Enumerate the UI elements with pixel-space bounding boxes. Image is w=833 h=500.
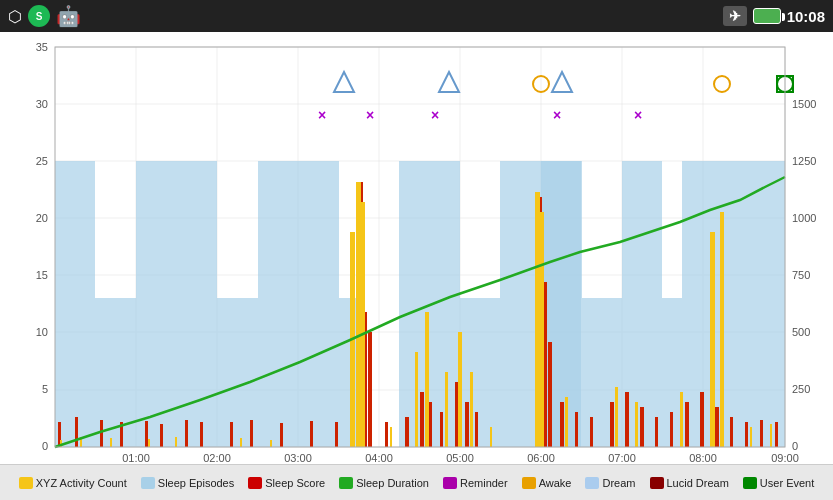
legend-dream: Dream <box>585 477 635 489</box>
svg-rect-120 <box>635 402 638 447</box>
svg-rect-97 <box>760 420 763 447</box>
svg-rect-65 <box>230 422 233 447</box>
legend-swatch-awake <box>522 477 536 489</box>
svg-rect-42 <box>55 161 95 447</box>
legend-bar: XYZ Activity Count Sleep Episodes Sleep … <box>0 464 833 500</box>
svg-rect-104 <box>240 438 242 447</box>
airplane-icon: ✈ <box>723 6 747 26</box>
svg-rect-102 <box>148 439 150 447</box>
svg-rect-124 <box>750 427 752 447</box>
svg-text:10: 10 <box>36 326 48 338</box>
status-left-icons: ⬡ S 🤖 <box>8 4 81 28</box>
svg-text:06:00: 06:00 <box>527 452 555 464</box>
svg-text:0: 0 <box>792 440 798 452</box>
svg-rect-58 <box>75 417 78 447</box>
svg-rect-119 <box>615 387 618 447</box>
legend-swatch-sleep-score <box>248 477 262 489</box>
battery-icon <box>753 8 781 24</box>
svg-rect-116 <box>535 192 540 447</box>
svg-text:500: 500 <box>792 326 810 338</box>
svg-rect-90 <box>655 417 658 447</box>
svg-text:750: 750 <box>792 269 810 281</box>
svg-rect-77 <box>440 412 443 447</box>
legend-swatch-sleep-duration <box>339 477 353 489</box>
svg-rect-117 <box>540 212 544 447</box>
svg-text:1500: 1500 <box>792 98 816 110</box>
legend-sleep-episodes: Sleep Episodes <box>141 477 234 489</box>
legend-swatch-user-event <box>743 477 757 489</box>
svg-text:250: 250 <box>792 383 810 395</box>
svg-rect-74 <box>405 417 409 447</box>
svg-rect-66 <box>250 420 253 447</box>
legend-label-lucid-dream: Lucid Dream <box>667 477 729 489</box>
legend-sleep-score: Sleep Score <box>248 477 325 489</box>
svg-text:35: 35 <box>36 41 48 53</box>
svg-rect-64 <box>200 422 203 447</box>
svg-text:04:00: 04:00 <box>365 452 393 464</box>
svg-rect-92 <box>685 402 689 447</box>
svg-text:15: 15 <box>36 269 48 281</box>
svg-text:×: × <box>634 107 642 123</box>
svg-text:01:00: 01:00 <box>122 452 150 464</box>
svg-rect-69 <box>335 422 338 447</box>
svg-rect-110 <box>415 352 418 447</box>
svg-text:5: 5 <box>42 383 48 395</box>
android-icon: 🤖 <box>56 4 81 28</box>
svg-rect-79 <box>465 402 469 447</box>
svg-rect-109 <box>390 427 392 447</box>
svg-rect-103 <box>175 437 177 447</box>
svg-text:25: 25 <box>36 155 48 167</box>
svg-rect-72 <box>368 332 372 447</box>
svg-rect-123 <box>720 212 724 447</box>
svg-rect-105 <box>270 440 272 447</box>
svg-rect-46 <box>258 161 339 447</box>
svg-rect-114 <box>470 372 473 447</box>
svg-text:×: × <box>431 107 439 123</box>
legend-swatch-reminder <box>443 477 457 489</box>
svg-text:1250: 1250 <box>792 155 816 167</box>
svg-rect-59 <box>100 420 103 447</box>
svg-rect-112 <box>445 372 448 447</box>
svg-rect-122 <box>710 232 715 447</box>
svg-rect-67 <box>280 423 283 447</box>
legend-label-dream: Dream <box>602 477 635 489</box>
svg-rect-61 <box>145 421 148 447</box>
svg-rect-94 <box>715 407 719 447</box>
svg-rect-91 <box>670 412 673 447</box>
legend-user-event: User Event <box>743 477 814 489</box>
svg-rect-86 <box>590 417 593 447</box>
svg-text:07:00: 07:00 <box>608 452 636 464</box>
svg-rect-113 <box>458 332 462 447</box>
svg-text:30: 30 <box>36 98 48 110</box>
legend-label-user-event: User Event <box>760 477 814 489</box>
legend-xyz: XYZ Activity Count <box>19 477 127 489</box>
svg-rect-88 <box>625 392 629 447</box>
svg-text:×: × <box>318 107 326 123</box>
svg-rect-63 <box>185 420 188 447</box>
legend-awake: Awake <box>522 477 572 489</box>
svg-rect-85 <box>575 412 578 447</box>
svg-text:1000: 1000 <box>792 212 816 224</box>
status-bar: ⬡ S 🤖 ✈ 10:08 <box>0 0 833 32</box>
svg-rect-83 <box>548 342 552 447</box>
svg-rect-93 <box>700 392 704 447</box>
svg-text:×: × <box>553 107 561 123</box>
spotify-icon: S <box>28 5 50 27</box>
svg-rect-101 <box>110 438 112 447</box>
svg-rect-73 <box>385 422 388 447</box>
legend-label-sleep-episodes: Sleep Episodes <box>158 477 234 489</box>
svg-rect-87 <box>610 402 614 447</box>
legend-swatch-xyz <box>19 477 33 489</box>
svg-rect-125 <box>770 424 772 447</box>
svg-text:08:00: 08:00 <box>689 452 717 464</box>
svg-rect-44 <box>136 161 217 447</box>
clock: 10:08 <box>787 8 825 25</box>
legend-reminder: Reminder <box>443 477 508 489</box>
legend-swatch-dream <box>585 477 599 489</box>
legend-sleep-duration: Sleep Duration <box>339 477 429 489</box>
legend-label-sleep-duration: Sleep Duration <box>356 477 429 489</box>
svg-rect-84 <box>560 402 564 447</box>
chart-svg: 0 5 10 15 20 25 30 35 0 250 500 750 1000… <box>0 32 833 464</box>
legend-label-awake: Awake <box>539 477 572 489</box>
chart-container: 0 5 10 15 20 25 30 35 0 250 500 750 1000… <box>0 32 833 464</box>
